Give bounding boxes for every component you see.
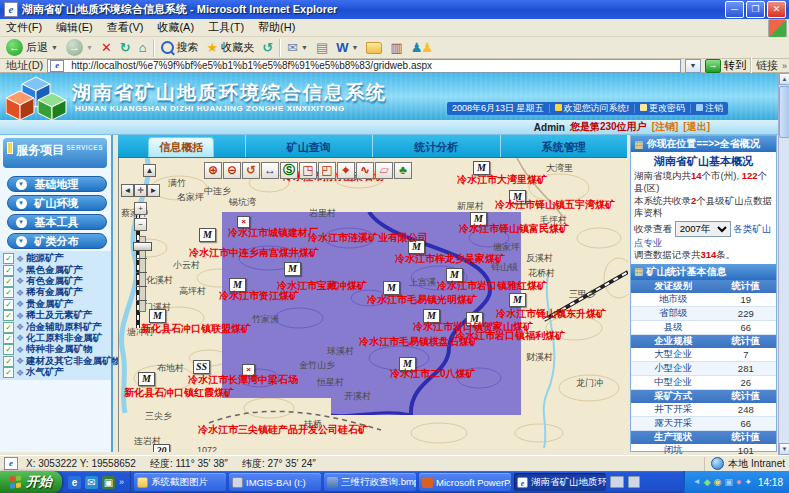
sidebar-button-2[interactable]: ▼矿山环境: [7, 195, 107, 211]
pan-up-button[interactable]: ▲: [143, 164, 156, 177]
mine-label[interactable]: 冷水江市铎山镇东升煤矿: [496, 307, 606, 321]
stop-button[interactable]: ✕: [99, 40, 114, 55]
menu-item[interactable]: 查看(V): [107, 20, 144, 35]
pan-left-button[interactable]: ◄: [121, 184, 134, 197]
table-row[interactable]: 中型企业26: [631, 376, 776, 390]
zoom-in-icon[interactable]: ⊕: [204, 162, 222, 179]
update-icon[interactable]: ✦: [744, 476, 752, 488]
close-button[interactable]: ✕: [767, 1, 786, 18]
mine-label[interactable]: 冷水江市涟溪矿业有限公司: [308, 231, 428, 245]
links-chevron-icon[interactable]: »: [782, 61, 787, 71]
layer-checkbox[interactable]: ✓: [3, 310, 14, 321]
logout-link[interactable]: 注销: [696, 102, 723, 115]
refresh-button[interactable]: ↻: [118, 40, 133, 55]
table-row[interactable]: 地市级19: [631, 293, 776, 307]
layer-checkbox[interactable]: ✓: [3, 287, 14, 298]
antivirus-icon[interactable]: ◆: [704, 476, 711, 488]
pan-center-button[interactable]: ✛: [134, 184, 147, 197]
taskbar-task[interactable]: e湖南省矿山地质环...: [514, 473, 606, 491]
table-row[interactable]: 露天开采66: [631, 417, 776, 431]
mine-label[interactable]: 冷水江市毛易镇棋盘石煤矿: [359, 335, 479, 349]
layer-item[interactable]: ✓❖水气矿产: [0, 367, 111, 378]
mine-label[interactable]: 冷水江市毛易镇光明煤矿: [367, 293, 477, 307]
back-button[interactable]: ← 后退 ▼: [4, 39, 60, 56]
menu-item[interactable]: 编辑(E): [56, 20, 93, 35]
table-row[interactable]: 县级66: [631, 321, 776, 335]
scroll-up-icon[interactable]: ▲: [779, 73, 789, 85]
change-password-link[interactable]: 更改密码: [640, 102, 685, 115]
discuss-button[interactable]: ▥: [388, 40, 404, 55]
mine-marker[interactable]: M: [284, 262, 301, 276]
quick-launch-chevron-icon[interactable]: »: [119, 477, 124, 487]
pan-icon[interactable]: ↺: [242, 162, 260, 179]
clear-selection-icon[interactable]: ◰: [318, 162, 336, 179]
start-button[interactable]: 开始: [0, 471, 62, 493]
mail-dropdown-icon[interactable]: ▼: [301, 44, 308, 51]
show-desktop-icon[interactable]: ▣: [102, 476, 115, 489]
address-dropdown-icon[interactable]: ▼: [685, 59, 701, 73]
signout-link[interactable]: [注销]: [652, 120, 679, 134]
taskbar-task[interactable]: 三维行政查询.bmp: [324, 473, 416, 491]
mine-label[interactable]: 冷水江市铎山镇五宇湾煤矿: [495, 198, 615, 212]
tab-item-2[interactable]: 矿山查询: [246, 135, 374, 157]
tab-item-3[interactable]: 统计分析: [373, 135, 501, 157]
mine-label[interactable]: 冷水江市三尖镇硅产品开发公司硅石矿: [198, 423, 368, 437]
mine-marker[interactable]: 20: [153, 444, 170, 452]
ime-icon[interactable]: ●: [736, 476, 741, 488]
pan-right-button[interactable]: ►: [147, 184, 160, 197]
tab-item-1[interactable]: 信息概括: [118, 135, 246, 157]
page-scrollbar[interactable]: ▲ ▼: [778, 73, 789, 455]
measure-line-icon[interactable]: ∿: [356, 162, 374, 179]
mine-label[interactable]: 冷水江市梓龙乡吴家煤矿: [395, 252, 505, 266]
taskbar-task[interactable]: IMGIS-BAI (I:): [229, 473, 321, 491]
forward-dropdown-icon[interactable]: ▼: [86, 44, 93, 51]
mine-label[interactable]: 冷水江市二0八煤矿: [390, 367, 476, 381]
mine-marker[interactable]: SS: [193, 360, 210, 374]
mine-label[interactable]: 冷水江市中连乡南宫煤井煤矿: [189, 246, 319, 260]
menu-item[interactable]: 帮助(H): [258, 20, 295, 35]
home-button[interactable]: ⌂: [137, 40, 149, 55]
ie-icon[interactable]: e: [68, 476, 81, 489]
sidebar-button-3[interactable]: ▼基本工具: [7, 214, 107, 230]
layer-checkbox[interactable]: ✓: [3, 344, 14, 355]
select-rect-icon[interactable]: ◳: [299, 162, 317, 179]
zoom-out-icon[interactable]: ⊖: [223, 162, 241, 179]
legend-icon[interactable]: ♣: [394, 162, 412, 179]
mine-marker[interactable]: M: [199, 228, 216, 242]
layer-checkbox[interactable]: ✓: [3, 333, 14, 344]
mine-marker[interactable]: M: [509, 293, 526, 307]
outlook-icon[interactable]: ✉: [85, 476, 98, 489]
tab-item-4[interactable]: 系统管理: [501, 135, 628, 157]
minimize-button[interactable]: ─: [725, 1, 744, 18]
menu-item[interactable]: 文件(F): [6, 20, 42, 35]
table-row[interactable]: 井下开采248: [631, 403, 776, 417]
mine-label[interactable]: 冷水江市岩口镇雅红煤矿: [437, 279, 547, 293]
language-bar-icon[interactable]: [610, 476, 624, 488]
mail-button[interactable]: ✉▼: [285, 40, 310, 55]
restore-button[interactable]: ❐: [746, 1, 765, 18]
address-input[interactable]: e http://localhost/%e7%9f%bf%e5%b1%b1%e5…: [47, 59, 681, 73]
zoom-minus-button[interactable]: −: [134, 218, 147, 231]
menu-item[interactable]: 工具(T): [208, 20, 244, 35]
favorites-button[interactable]: ★ 收藏夹: [205, 40, 257, 55]
eraser-icon[interactable]: ▱: [375, 162, 393, 179]
mine-marker[interactable]: M: [138, 372, 155, 386]
mine-label[interactable]: 新化县石冲口镇联盟煤矿: [141, 322, 251, 336]
back-dropdown-icon[interactable]: ▼: [51, 44, 58, 51]
table-row[interactable]: 省部级229: [631, 307, 776, 321]
taskbar-task[interactable]: 系统截图图片: [134, 473, 226, 491]
mine-label[interactable]: 冷水江市城镇建材厂: [228, 226, 318, 240]
map-viewport[interactable]: ▲ ◄ ✛ ► + − ⊕⊖↺↔Ⓢ◳◰⌖∿▱♣ 冷水江市涓竹山采石场冷水江市大湾…: [118, 158, 628, 452]
full-extent-icon[interactable]: Ⓢ: [280, 162, 298, 179]
table-row[interactable]: 小型企业281: [631, 362, 776, 376]
mine-label[interactable]: 冷水江市铎山镇富民煤矿: [459, 222, 569, 236]
menu-item[interactable]: 收藏(A): [157, 20, 194, 35]
network-icon[interactable]: ▣: [724, 476, 733, 488]
search-button[interactable]: 搜索: [159, 40, 201, 55]
measure-distance-icon[interactable]: ↔: [261, 162, 279, 179]
folders-button[interactable]: [364, 42, 384, 54]
table-row[interactable]: 大型企业7: [631, 348, 776, 362]
forward-button[interactable]: → ▼: [64, 39, 95, 56]
zoom-plus-button[interactable]: +: [134, 202, 147, 215]
mine-marker[interactable]: M: [149, 309, 166, 323]
